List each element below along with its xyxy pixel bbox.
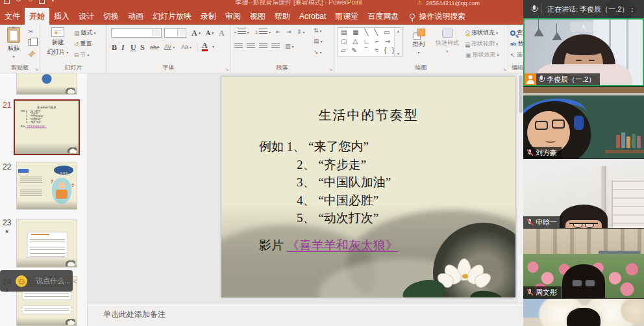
quick-styles-button[interactable]: 快速样式 ▾: [433, 29, 462, 53]
slide-editing-surface[interactable]: 生活中的节奏型 例如 1、 “来了您内” 2、 “齐步走” 3、 “中国队加油”…: [221, 77, 515, 297]
align-text-button[interactable]: ▤▾: [314, 38, 323, 44]
save-icon[interactable]: [4, 0, 10, 4]
meeting-chat-overlay[interactable]: ☺ 说点什么... <: [0, 270, 73, 292]
scrollbar-thumb[interactable]: [519, 75, 523, 113]
replace-button[interactable]: ab替换: [510, 40, 523, 48]
tab-transitions[interactable]: 切换: [99, 8, 123, 25]
convert-smartart-button[interactable]: ↘▾: [314, 49, 322, 55]
video-tile-zhouwentong[interactable]: 周文彤: [523, 229, 644, 298]
increase-indent-button[interactable]: ⇥: [286, 29, 291, 35]
slide-title[interactable]: 生活中的节奏型: [221, 107, 515, 124]
align-right-button[interactable]: [259, 43, 267, 49]
mini-film-line: 影片 《喜羊羊和灰太狼》: [20, 125, 78, 128]
slide-body-text[interactable]: 例如 1、 “来了您内” 2、 “齐步走” 3、 “中国队加油” 4、 “中国必…: [259, 138, 391, 227]
tab-home[interactable]: 开始: [25, 8, 49, 25]
clear-formatting-button[interactable]: A: [219, 29, 225, 38]
tab-record[interactable]: 录制: [196, 8, 221, 25]
tab-insert[interactable]: 插入: [49, 8, 74, 25]
shapes-gallery[interactable]: ▤ ▦ ╲ ╲ ▭ ◯ ▢ △ ∟ ⌐ ⇒ ⇓ ▱ ✎ ⌒ ≈ { } ▴ ▾: [338, 27, 402, 57]
tab-help[interactable]: 帮助: [270, 8, 295, 25]
shape-effects-button[interactable]: ▣形状效果▾: [465, 51, 499, 59]
tab-file[interactable]: 文件: [0, 8, 25, 25]
grow-font-button[interactable]: A▾: [192, 29, 201, 38]
film-hyperlink[interactable]: 《喜羊羊和灰太狼》: [287, 238, 398, 252]
justify-button[interactable]: [271, 43, 280, 49]
tab-slideshow[interactable]: 幻灯片放映: [148, 8, 196, 25]
chat-input-placeholder[interactable]: 说点什么...: [36, 276, 70, 286]
new-slide-button[interactable]: ★ 新建 幻灯片 ▾: [44, 27, 71, 56]
emoji-icon[interactable]: ☺: [16, 275, 27, 287]
decrease-indent-button[interactable]: ⇤: [276, 29, 281, 35]
notes-pane[interactable]: 单击此处添加备注: [88, 303, 523, 326]
shape-outline-button[interactable]: ▱形状轮廓▾: [465, 40, 498, 48]
section-button[interactable]: ⊟节▾: [74, 51, 90, 59]
divider: [197, 43, 197, 52]
tab-baidu-netdisk[interactable]: 百度网盘: [363, 8, 403, 25]
tell-me-search[interactable]: 操作说明搜索: [410, 8, 465, 25]
shadow-button[interactable]: S: [140, 43, 145, 53]
redo-icon[interactable]: ↻: [27, 0, 33, 4]
chat-collapse-button[interactable]: <: [73, 277, 81, 285]
drawing-dialog-launcher[interactable]: ↘: [502, 67, 506, 72]
tab-view[interactable]: 视图: [245, 8, 270, 25]
video-tile-liufanghao[interactable]: 刘方豪: [523, 87, 644, 158]
start-slideshow-icon[interactable]: [39, 0, 45, 4]
reset-button[interactable]: ↺重置: [74, 40, 92, 48]
arrange-button[interactable]: 排列 ▾: [407, 29, 430, 55]
character-spacing-button[interactable]: AV▾: [164, 44, 175, 50]
font-color-caret[interactable]: ▾: [212, 44, 214, 49]
strikethrough-button[interactable]: abc: [150, 44, 160, 51]
undo-icon[interactable]: ↺: [16, 0, 21, 4]
tab-animations[interactable]: 动画: [123, 8, 148, 25]
tab-design[interactable]: 设计: [74, 8, 99, 25]
font-name-select[interactable]: [111, 28, 162, 38]
account-email[interactable]: 285644211@qq.com: [426, 0, 480, 6]
participant-bangs: [562, 38, 605, 55]
paragraph-dialog-launcher[interactable]: ↘: [328, 67, 332, 72]
gallery-up-icon[interactable]: ▴: [397, 29, 399, 33]
find-button[interactable]: 查找: [510, 29, 523, 37]
shrink-font-button[interactable]: A▾: [206, 29, 214, 36]
underline-button[interactable]: U: [130, 43, 136, 53]
thumbnail-slide-23[interactable]: 节奏型: [16, 219, 77, 268]
cut-button[interactable]: ✂: [28, 28, 33, 35]
customize-qat-icon[interactable]: ▾: [51, 0, 55, 4]
participant-name: 申晗一: [536, 218, 557, 227]
thumbnail-slide-21-selected[interactable]: 生活中的节奏型 例如 1、 “来了您内” 2、 “齐步走” 3、 “中国队加油”…: [14, 99, 80, 155]
bold-button[interactable]: B: [112, 43, 117, 53]
numbering-button[interactable]: 1▾: [255, 29, 271, 35]
canvas-scrollbar[interactable]: [517, 73, 523, 303]
video-tile-dog[interactable]: [523, 299, 644, 326]
gallery-down-icon[interactable]: ▾: [397, 51, 399, 56]
tab-review[interactable]: 审阅: [221, 8, 245, 25]
select-button[interactable]: ↖选择: [510, 51, 523, 59]
video-tile-lijunchen[interactable]: ∧ 李俊辰（一.2）: [523, 18, 644, 86]
paste-button[interactable]: 粘贴 ▾: [2, 27, 25, 58]
font-size-select[interactable]: [164, 28, 186, 38]
font-dialog-launcher[interactable]: ↘: [225, 67, 229, 72]
align-center-button[interactable]: [247, 43, 255, 49]
text-direction-button[interactable]: ⇅▾: [314, 27, 322, 34]
format-painter-button[interactable]: [29, 51, 35, 57]
change-case-button[interactable]: Aa▾: [181, 44, 192, 50]
columns-button[interactable]: ▥▾: [285, 43, 294, 49]
copy-button[interactable]: [29, 39, 34, 46]
shape-fill-button[interactable]: ◇形状填充▾: [465, 29, 498, 37]
tab-yuketang[interactable]: 雨课堂: [330, 8, 363, 25]
align-left-button[interactable]: [234, 43, 243, 49]
italic-button[interactable]: I: [121, 43, 125, 53]
line-spacing-button[interactable]: ⇕▾: [297, 29, 305, 35]
thumbnail-slide-20[interactable]: [16, 73, 77, 95]
participant-eye: [576, 60, 582, 61]
tab-acrobat[interactable]: Acrobat: [295, 8, 330, 25]
thumbnail-slide-22[interactable]: 考考你 ? ?: [16, 162, 77, 210]
chevron-up-icon[interactable]: ∧: [570, 22, 597, 32]
bullets-button[interactable]: •▾: [234, 29, 249, 35]
shapes-gallery-scroll[interactable]: ▴ ▾: [394, 28, 402, 56]
video-tile-shenhanyi[interactable]: 申晗一: [523, 159, 644, 228]
mic-muted-icon: [526, 218, 534, 227]
font-color-button[interactable]: A: [202, 42, 208, 51]
clipboard-dialog-launcher[interactable]: ↘: [34, 67, 38, 72]
layout-button[interactable]: ▤版式▾: [74, 29, 96, 37]
divider: [541, 4, 542, 14]
